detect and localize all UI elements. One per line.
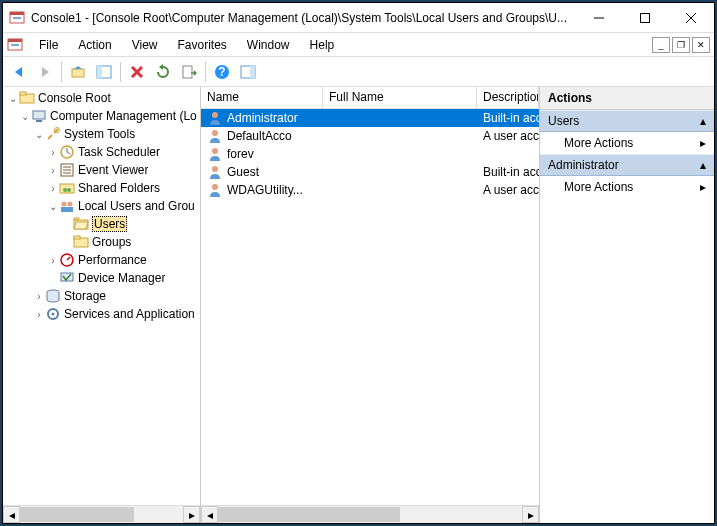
menubar-row: File Action View Favorites Window Help _… — [3, 33, 714, 57]
actions-header: Actions — [540, 87, 714, 110]
svg-rect-33 — [61, 207, 73, 212]
tree-system-tools[interactable]: ⌄ System Tools — [3, 125, 200, 143]
toolbar-separator — [120, 62, 121, 82]
scroll-track[interactable] — [218, 506, 522, 523]
submenu-arrow-icon: ▸ — [700, 180, 706, 194]
tree-shared-folders[interactable]: › Shared Folders — [3, 179, 200, 197]
chevron-right-icon[interactable]: › — [33, 291, 45, 302]
cell-name: WDAGUtility... — [227, 183, 303, 197]
chevron-right-icon[interactable]: › — [33, 309, 45, 320]
svg-point-30 — [67, 188, 71, 192]
menu-favorites[interactable]: Favorites — [168, 35, 237, 55]
forward-button[interactable] — [33, 60, 57, 84]
section-label: Users — [548, 114, 579, 128]
list-hscrollbar[interactable]: ◂ ▸ — [201, 505, 539, 523]
tree-console-root[interactable]: ⌄ Console Root — [3, 89, 200, 107]
export-list-button[interactable] — [177, 60, 201, 84]
cell-name: Administrator — [227, 111, 298, 125]
list-row[interactable]: WDAGUtility... A user acco — [201, 181, 539, 199]
maximize-button[interactable] — [622, 3, 668, 33]
toolbar: ? — [3, 57, 714, 87]
back-button[interactable] — [7, 60, 31, 84]
svg-rect-17 — [250, 66, 255, 78]
scroll-right-button[interactable]: ▸ — [183, 506, 200, 523]
tree-computer-management[interactable]: ⌄ Computer Management (Lo — [3, 107, 200, 125]
show-hide-action-pane-button[interactable] — [236, 60, 260, 84]
chevron-down-icon[interactable]: ⌄ — [47, 201, 59, 212]
mdi-controls: _ ❐ ✕ — [652, 37, 714, 53]
cell-name: forev — [227, 147, 254, 161]
list-body[interactable]: Administrator Built-in acco DefaultAcco … — [201, 109, 539, 505]
action-more-users[interactable]: More Actions ▸ — [540, 132, 714, 154]
collapse-icon: ▴ — [700, 114, 706, 128]
scroll-thumb[interactable] — [218, 507, 400, 522]
chevron-right-icon[interactable]: › — [47, 165, 59, 176]
chevron-right-icon[interactable]: › — [47, 183, 59, 194]
action-more-admin[interactable]: More Actions ▸ — [540, 176, 714, 198]
chevron-down-icon[interactable]: ⌄ — [33, 129, 45, 140]
close-button[interactable] — [668, 3, 714, 33]
tree-local-users-groups[interactable]: ⌄ Local Users and Grou — [3, 197, 200, 215]
list-row[interactable]: forev — [201, 145, 539, 163]
list-row[interactable]: DefaultAcco A user acco — [201, 127, 539, 145]
user-icon — [207, 110, 223, 126]
scroll-left-button[interactable]: ◂ — [3, 506, 20, 523]
mdi-minimize-button[interactable]: _ — [652, 37, 670, 53]
tree-performance[interactable]: › Performance — [3, 251, 200, 269]
tree-groups[interactable]: Groups — [3, 233, 200, 251]
event-icon — [59, 162, 75, 178]
svg-rect-4 — [641, 13, 650, 22]
column-name[interactable]: Name — [201, 87, 323, 108]
menu-view[interactable]: View — [122, 35, 168, 55]
column-description[interactable]: Description — [477, 87, 539, 108]
chevron-right-icon[interactable]: › — [47, 147, 59, 158]
menu-file[interactable]: File — [29, 35, 68, 55]
body-area: ⌄ Console Root ⌄ Computer Management (Lo… — [3, 87, 714, 523]
scroll-thumb[interactable] — [20, 507, 134, 522]
cell-desc: A user acco — [483, 183, 539, 197]
users-groups-icon — [59, 198, 75, 214]
scroll-track[interactable] — [20, 506, 183, 523]
chevron-right-icon[interactable]: › — [47, 255, 59, 266]
svg-point-43 — [212, 130, 218, 136]
tree-task-scheduler[interactable]: › Task Scheduler — [3, 143, 200, 161]
show-hide-tree-button[interactable] — [92, 60, 116, 84]
tree-device-manager[interactable]: Device Manager — [3, 269, 200, 287]
svg-point-45 — [212, 166, 218, 172]
menu-help[interactable]: Help — [300, 35, 345, 55]
actions-section-administrator[interactable]: Administrator ▴ — [540, 154, 714, 176]
tree-hscrollbar[interactable]: ◂ ▸ — [3, 505, 200, 523]
mmc-icon — [9, 10, 25, 26]
list-row[interactable]: Guest Built-in acco — [201, 163, 539, 181]
refresh-button[interactable] — [151, 60, 175, 84]
actions-section-users[interactable]: Users ▴ — [540, 110, 714, 132]
svg-rect-19 — [20, 92, 26, 95]
svg-point-29 — [63, 188, 67, 192]
menu-action[interactable]: Action — [68, 35, 121, 55]
mdi-close-button[interactable]: ✕ — [692, 37, 710, 53]
scroll-right-button[interactable]: ▸ — [522, 506, 539, 523]
chevron-down-icon[interactable]: ⌄ — [19, 111, 31, 122]
list-row[interactable]: Administrator Built-in acco — [201, 109, 539, 127]
mdi-restore-button[interactable]: ❐ — [672, 37, 690, 53]
console-tree[interactable]: ⌄ Console Root ⌄ Computer Management (Lo… — [3, 87, 200, 505]
cell-desc: A user acco — [483, 129, 539, 143]
tree-storage[interactable]: › Storage — [3, 287, 200, 305]
tree-services-applications[interactable]: › Services and Application — [3, 305, 200, 323]
svg-rect-36 — [74, 236, 80, 239]
svg-rect-1 — [10, 12, 24, 15]
scroll-left-button[interactable]: ◂ — [201, 506, 218, 523]
chevron-down-icon[interactable]: ⌄ — [7, 93, 19, 104]
tree-users[interactable]: Users — [3, 215, 200, 233]
cell-name: Guest — [227, 165, 259, 179]
help-button[interactable]: ? — [210, 60, 234, 84]
up-button[interactable] — [66, 60, 90, 84]
tree-event-viewer[interactable]: › Event Viewer — [3, 161, 200, 179]
delete-button[interactable] — [125, 60, 149, 84]
toolbar-separator — [205, 62, 206, 82]
minimize-button[interactable] — [576, 3, 622, 33]
menu-window[interactable]: Window — [237, 35, 300, 55]
computer-icon — [31, 108, 47, 124]
svg-point-32 — [68, 202, 73, 207]
column-fullname[interactable]: Full Name — [323, 87, 477, 108]
